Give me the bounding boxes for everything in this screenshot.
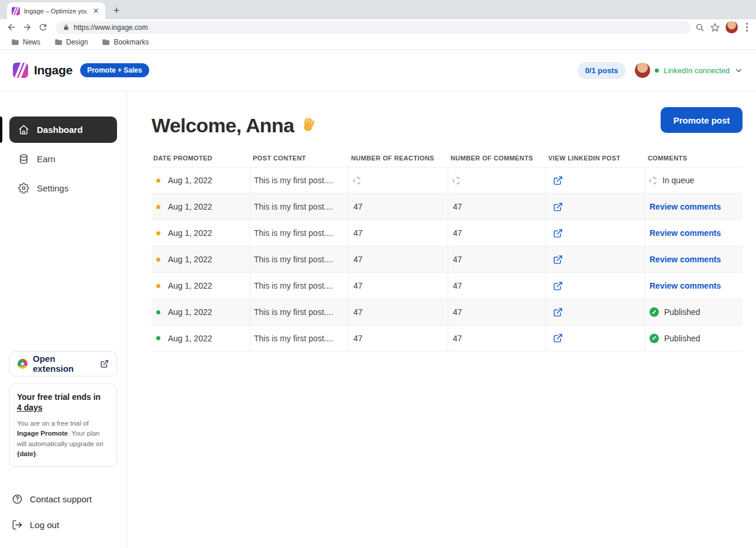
published-check-icon: ✓ bbox=[650, 334, 659, 343]
folder-icon bbox=[102, 38, 110, 46]
open-linkedin-post-icon[interactable] bbox=[553, 333, 563, 343]
post-content-cell: This is my first post.... bbox=[250, 167, 348, 193]
sidebar-item-settings[interactable]: Settings bbox=[9, 175, 117, 201]
bookmark-star-icon[interactable] bbox=[710, 23, 720, 32]
table-row: Aug 1, 2022This is my first post....4747… bbox=[152, 272, 743, 299]
loading-spinner-icon bbox=[650, 177, 657, 184]
comments-status-cell: Review comments bbox=[645, 273, 743, 299]
tab-favicon bbox=[12, 7, 20, 15]
bookmark-folder-design[interactable]: Design bbox=[49, 37, 93, 47]
open-extension-button[interactable]: Open extension bbox=[9, 351, 117, 376]
comments-cell: 47 bbox=[448, 326, 545, 351]
user-avatar bbox=[635, 63, 650, 78]
review-comments-link[interactable]: Review comments bbox=[650, 281, 721, 290]
post-content: This is my first post.... bbox=[254, 228, 333, 238]
comments-status-cell: In queue bbox=[645, 167, 743, 193]
open-linkedin-post-icon[interactable] bbox=[553, 307, 563, 317]
url-text: https://www.ingage.com bbox=[74, 23, 148, 32]
review-comments-link[interactable]: Review comments bbox=[650, 228, 721, 238]
new-tab-button[interactable]: + bbox=[109, 3, 124, 18]
comments-cell bbox=[448, 167, 545, 193]
view-post-cell bbox=[545, 326, 645, 351]
queued-status-dot bbox=[156, 179, 160, 183]
loading-spinner-icon bbox=[353, 177, 361, 184]
trial-card: Your free trial ends in 4 days You are o… bbox=[9, 383, 117, 467]
address-bar[interactable]: https://www.ingage.com bbox=[56, 21, 690, 34]
column-header-post-content: POST CONTENT bbox=[250, 155, 348, 162]
view-post-cell bbox=[545, 220, 645, 246]
app-logo: Ingage bbox=[13, 63, 73, 78]
review-comments-link[interactable]: Review comments bbox=[650, 255, 721, 264]
comments-cell: 47 bbox=[448, 220, 545, 246]
bookmark-folder-bookmarks[interactable]: Bookmarks bbox=[97, 37, 154, 47]
open-linkedin-post-icon[interactable] bbox=[553, 202, 563, 212]
table-header: DATE PROMOTED POST CONTENT NUMBER OF REA… bbox=[152, 155, 743, 167]
browser-profile-avatar[interactable] bbox=[726, 21, 738, 33]
review-comments-link[interactable]: Review comments bbox=[650, 202, 721, 211]
in-queue-label: In queue bbox=[662, 176, 695, 185]
post-content-cell: This is my first post.... bbox=[250, 194, 348, 220]
comments-status-cell: ✓Published bbox=[645, 326, 743, 351]
welcome-heading: Welcome, Anna bbox=[152, 107, 317, 137]
reload-icon[interactable] bbox=[35, 20, 51, 35]
open-linkedin-post-icon[interactable] bbox=[553, 281, 563, 291]
posts-counter-badge: 0/1 posts bbox=[578, 62, 626, 79]
comments-status-cell: Review comments bbox=[645, 220, 743, 246]
main-content: Welcome, Anna Promote post DATE PROMOTED… bbox=[127, 91, 756, 548]
view-post-cell bbox=[545, 299, 645, 325]
forward-icon[interactable] bbox=[19, 20, 35, 35]
sidebar-item-earn[interactable]: Earn bbox=[9, 146, 117, 172]
table-row: Aug 1, 2022This is my first post....4747… bbox=[152, 246, 743, 272]
post-content: This is my first post.... bbox=[254, 334, 333, 343]
view-post-cell bbox=[545, 246, 645, 272]
home-icon bbox=[18, 124, 29, 135]
browser-menu-icon[interactable] bbox=[744, 22, 751, 33]
table-row: Aug 1, 2022This is my first post....4747… bbox=[152, 299, 743, 325]
column-header-date-promoted: DATE PROMOTED bbox=[152, 155, 250, 162]
app-logo-text: Ingage bbox=[34, 63, 73, 77]
back-icon[interactable] bbox=[4, 20, 19, 35]
loading-spinner-icon bbox=[453, 177, 461, 184]
account-menu[interactable]: LinkedIn connected bbox=[635, 63, 743, 78]
date-promoted-cell: Aug 1, 2022 bbox=[152, 273, 250, 299]
bookmarks-bar: News Design Bookmarks bbox=[0, 35, 756, 50]
open-linkedin-post-icon[interactable] bbox=[553, 176, 563, 186]
reactions-count: 47 bbox=[353, 255, 363, 264]
open-linkedin-post-icon[interactable] bbox=[553, 255, 563, 265]
post-content: This is my first post.... bbox=[254, 307, 333, 317]
gear-icon bbox=[18, 183, 29, 194]
table-row: Aug 1, 2022This is my first post....4747… bbox=[152, 193, 743, 220]
browser-tab[interactable]: Ingage – Optimize your LinkedIn ✕ bbox=[7, 2, 105, 19]
open-linkedin-post-icon[interactable] bbox=[553, 228, 563, 238]
bookmark-folder-news[interactable]: News bbox=[6, 37, 46, 47]
date-promoted: Aug 1, 2022 bbox=[168, 255, 212, 264]
post-content: This is my first post.... bbox=[254, 255, 333, 264]
comments-status-cell: Review comments bbox=[645, 246, 743, 272]
reactions-cell: 47 bbox=[348, 220, 448, 246]
queued-status-dot bbox=[156, 231, 160, 235]
table-body: Aug 1, 2022This is my first post....In q… bbox=[152, 167, 743, 351]
table-row: Aug 1, 2022This is my first post....In q… bbox=[152, 167, 743, 193]
logout-link[interactable]: Log out bbox=[9, 514, 117, 535]
reactions-count: 47 bbox=[353, 202, 363, 211]
post-content: This is my first post.... bbox=[254, 176, 333, 185]
table-row: Aug 1, 2022This is my first post....4747… bbox=[152, 325, 743, 351]
sidebar-item-dashboard[interactable]: Dashboard bbox=[9, 117, 117, 143]
page-title: Welcome, Anna bbox=[152, 114, 294, 137]
reactions-count: 47 bbox=[353, 334, 363, 343]
tab-close-icon[interactable]: ✕ bbox=[91, 6, 101, 16]
folder-icon bbox=[11, 38, 19, 46]
column-header-comments: NUMBER OF COMMENTS bbox=[448, 155, 545, 162]
trial-days-left: 4 days bbox=[17, 403, 43, 412]
search-icon[interactable] bbox=[695, 23, 705, 32]
app-body: Dashboard Earn Settings Open extension Y… bbox=[0, 91, 756, 548]
reactions-cell: 47 bbox=[348, 273, 448, 299]
comments-count: 47 bbox=[453, 307, 462, 317]
contact-support-link[interactable]: Contact support bbox=[9, 488, 117, 509]
post-content-cell: This is my first post.... bbox=[250, 246, 348, 272]
date-promoted-cell: Aug 1, 2022 bbox=[152, 326, 250, 351]
published-status-dot bbox=[156, 336, 160, 340]
column-header-view-post: VIEW LINKEDIN POST bbox=[545, 155, 645, 162]
promote-post-button[interactable]: Promote post bbox=[661, 107, 743, 133]
toolbar-right bbox=[695, 21, 753, 33]
